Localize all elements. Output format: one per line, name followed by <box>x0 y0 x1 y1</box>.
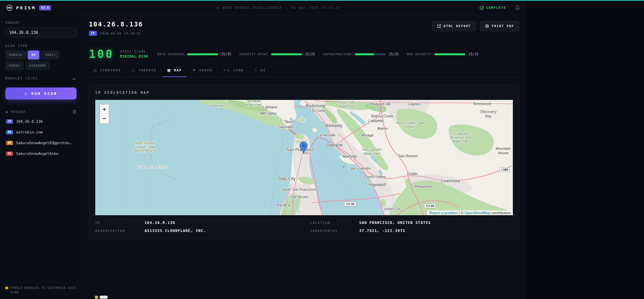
map-place-label: San Ramon <box>398 154 418 158</box>
recent-dot-icon: ◉ <box>5 110 9 114</box>
tab-json[interactable]: <> JSON <box>218 65 248 77</box>
trash-icon[interactable] <box>72 110 76 114</box>
print-pdf-label: PRINT PDF <box>492 24 514 28</box>
map-place-label: Pleasant Hill <box>370 102 390 106</box>
detail-organization-label: ORGANIZATION <box>95 229 145 233</box>
attribution-suffix: contributors <box>490 211 511 215</box>
tab-bar: ◎ FINDINGS ⚠ THREATS ▦ MAP ❖ GRAPH <> <box>89 65 519 77</box>
map-place-label: Wilderness <box>203 104 232 108</box>
next-card-peek <box>95 296 108 299</box>
detail-location-label: LOCATION <box>310 221 359 225</box>
metric-bar <box>187 53 218 55</box>
map-place-label: Oakland <box>326 142 342 147</box>
metric-bar <box>355 53 386 55</box>
scan-type-email[interactable]: EMAIL <box>41 51 59 59</box>
next-card-pill <box>100 296 108 299</box>
metric-bar <box>434 53 465 55</box>
recent-badge-domain: DO <box>6 130 13 134</box>
recent-badge-email: EM <box>6 141 13 145</box>
sparkle-icon: ✧ <box>254 68 258 72</box>
map-place-label: Discovery Bay <box>477 110 499 118</box>
geo-details: IP 104.26.8.136 LOCATION SAN FRANCISCO, … <box>95 221 513 233</box>
run-scan-button[interactable]: ▷ RUN SCAN <box>5 87 76 100</box>
map-place-label: Pleasanton <box>415 184 433 188</box>
zoom-in-button[interactable]: + <box>100 105 109 114</box>
status-complete: COMPLETE <box>480 6 506 10</box>
target-input[interactable] <box>5 27 76 38</box>
print-pdf-button[interactable]: PRINT PDF <box>480 21 519 31</box>
opsec-score-value: 100 <box>89 48 114 61</box>
detail-ip-label: IP <box>95 221 145 225</box>
metric-bar-fill <box>187 53 218 55</box>
scan-type-phone[interactable]: PHONE <box>5 61 23 70</box>
recent-item-ip[interactable]: IP 104.26.8.136 <box>5 116 76 127</box>
app-window: PRISM V2.0 OPEN SOURCE INTELLIGENCE | 05… <box>0 0 526 299</box>
detail-ip-value: 104.26.8.136 <box>145 221 310 225</box>
modules-toggle[interactable]: MODULES (5/5) <box>5 77 76 80</box>
map-place-label: Castro Valley <box>364 175 386 179</box>
geolocation-card: IP GEOLOCATION MAP <box>89 84 519 239</box>
zoom-out-button[interactable]: − <box>100 114 109 123</box>
metric-web-security: WEB SECURITY 15/15 <box>407 52 479 56</box>
metric-value: 15/15 <box>468 52 478 56</box>
map-place-label: Richmond <box>306 103 326 108</box>
map-labels-layer: WildernessTamalpais WatershedLarkspurMil… <box>95 100 513 215</box>
map-place-label: ✈ <box>342 165 345 169</box>
recent-item-username[interactable]: US SakuraSnowAngelAiko <box>5 148 76 159</box>
report-problem-link[interactable]: Report a problem <box>429 211 458 215</box>
geolocation-map[interactable]: WildernessTamalpais WatershedLarkspurMil… <box>95 100 513 215</box>
map-place-label: Dublin <box>407 172 418 176</box>
scan-type-username[interactable]: USERNAME <box>25 61 50 70</box>
run-scan-label: RUN SCAN <box>31 92 57 96</box>
tab-ai[interactable]: ✧ AI <box>250 65 271 77</box>
tab-findings[interactable]: ◎ FINDINGS <box>89 65 125 77</box>
bell-icon[interactable] <box>515 5 520 10</box>
target-label: TARGET <box>5 21 76 24</box>
metric-label: IDENTITY OPSEC <box>239 53 268 56</box>
tab-map[interactable]: ▦ MAP <box>162 65 186 77</box>
sidebar-tip-text: TOGGLE MODULES TO CUSTOMIZE EACH SCAN <box>10 286 76 295</box>
metric-label: DATA EXPOSURE <box>158 53 184 56</box>
detail-coordinates-label: COORDINATES <box>310 229 359 233</box>
road-shield: CA 84 <box>424 203 436 208</box>
recent-item-email[interactable]: EM SakuraSnowAngel83@proton… <box>5 137 76 148</box>
scan-type-group: DOMAIN IP EMAIL PHONE USERNAME <box>5 51 76 70</box>
tab-label: FINDINGS <box>100 68 121 72</box>
map-place-label: Pinole Valley Watershed <box>332 101 362 108</box>
topbar-tagline: OPEN SOURCE INTELLIGENCE | 05 Apr 2026 1… <box>216 6 341 10</box>
map-place-label: Clayton <box>408 102 421 106</box>
map-place-label: North Farallon Islands State Marine Rese… <box>130 141 160 153</box>
recent-item-label: astrobin.com <box>16 130 43 134</box>
tagline-separator: | <box>285 6 288 9</box>
map-place-label: San Leandro <box>350 166 371 170</box>
map-icon: ▦ <box>167 68 171 72</box>
metric-label: INFRASTRUCTURE <box>323 53 352 56</box>
scan-type-ip[interactable]: IP <box>28 51 40 59</box>
map-place-label: South San Francisco <box>281 187 316 191</box>
map-place-label: Union City <box>384 207 401 211</box>
tab-graph[interactable]: ❖ GRAPH <box>188 65 217 77</box>
scan-type-domain[interactable]: DOMAIN <box>5 51 26 59</box>
screen: PRISM V2.0 OPEN SOURCE INTELLIGENCE | 05… <box>0 0 644 299</box>
html-report-button[interactable]: HTML REPORT <box>432 21 476 31</box>
external-link-icon <box>437 24 441 28</box>
tab-label: JSON <box>233 68 244 72</box>
version-badge: V2.0 <box>39 5 51 10</box>
map-place-label: Brentwood <box>473 102 491 106</box>
map-place-label: Alameda <box>342 154 357 158</box>
map-place-label: Moraga <box>361 133 373 137</box>
metric-label: WEB SECURITY <box>407 53 431 56</box>
metric-value: 25/25 <box>305 52 315 56</box>
recent-item-label: 104.26.8.136 <box>16 119 43 124</box>
tagline-text: OPEN SOURCE INTELLIGENCE <box>222 6 282 9</box>
recent-item-domain[interactable]: DO astrobin.com <box>5 127 76 137</box>
tab-threats[interactable]: ⚠ THREATS <box>127 65 161 77</box>
topbar-datetime: 05 Apr 2026 14:31:37 <box>291 6 341 9</box>
map-place-label: El Cerrito <box>312 109 326 113</box>
map-place-label: Mount Diablo State Park <box>395 121 425 129</box>
road-shield: I 580 <box>500 167 510 172</box>
play-icon: ▷ <box>25 92 29 96</box>
map-place-label: Emeryville <box>320 133 335 137</box>
detail-coordinates-value: 37.7621, -122.3971 <box>359 229 513 233</box>
openstreetmap-link[interactable]: OpenStreetMap <box>465 211 491 215</box>
